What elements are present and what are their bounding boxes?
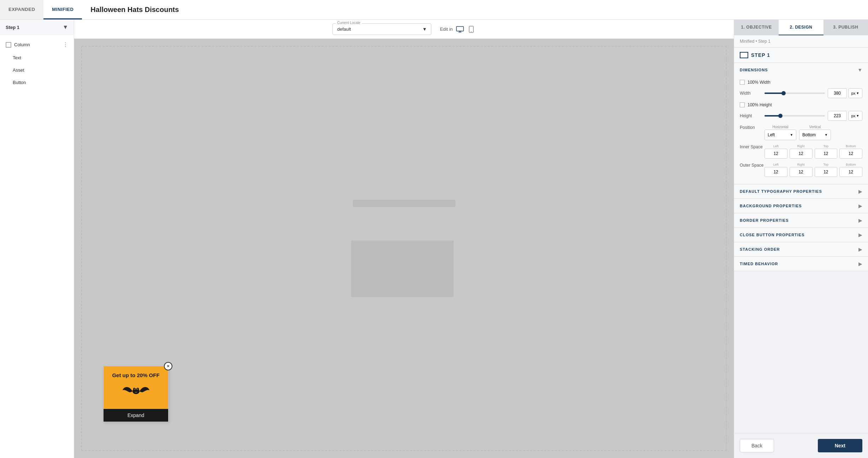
outer-right-input[interactable]: 12 <box>790 167 813 177</box>
inner-bottom-label: Bottom <box>839 144 862 148</box>
sidebar-item-button[interactable]: Button <box>0 76 74 89</box>
outer-right: Right 12 <box>790 163 813 177</box>
inner-top-label: Top <box>815 144 838 148</box>
back-button[interactable]: Back <box>740 439 774 452</box>
inner-right-input[interactable]: 12 <box>790 149 813 159</box>
rp-tab-design[interactable]: 2. DESIGN <box>779 20 823 35</box>
main-layout: Step 1 ▼ Column ⋮ Text Asset Button Curr… <box>0 20 868 458</box>
width-slider[interactable] <box>764 93 825 94</box>
outer-bottom: Bottom 12 <box>839 163 862 177</box>
rp-section-border-header[interactable]: BORDER PROPERTIES ▶ <box>734 213 868 227</box>
height-100-checkbox[interactable] <box>740 102 745 107</box>
popup-bat-icon <box>122 381 150 402</box>
inner-bottom: Bottom 12 <box>839 144 862 159</box>
typography-expand-icon: ▶ <box>858 189 862 194</box>
sidebar-button-label: Button <box>13 80 26 85</box>
sidebar-item-asset[interactable]: Asset <box>0 64 74 76</box>
typography-title: DEFAULT TYPOGRAPHY PROPERTIES <box>740 189 822 194</box>
vertical-select[interactable]: Bottom ▼ <box>799 130 831 140</box>
inner-top-input[interactable]: 12 <box>815 149 838 159</box>
rp-section-timed-header[interactable]: TIMED BEHAVIOR ▶ <box>734 257 868 271</box>
border-expand-icon: ▶ <box>858 218 862 223</box>
outer-bottom-input[interactable]: 12 <box>839 167 862 177</box>
svg-rect-0 <box>456 26 463 31</box>
inner-top: Top 12 <box>815 144 838 159</box>
width-input[interactable]: 380 <box>828 88 847 98</box>
inner-space-grid: Left 12 Right 12 Top 12 Bottom <box>764 144 862 159</box>
svg-point-5 <box>471 31 472 32</box>
outer-space-row: Outer Space Left 12 Right 12 Top 12 <box>740 163 862 177</box>
desktop-icon[interactable] <box>456 25 464 34</box>
horizontal-select[interactable]: Left ▼ <box>764 130 796 140</box>
height-slider[interactable] <box>764 115 825 117</box>
step-selector[interactable]: Step 1 ▼ <box>0 20 74 35</box>
stacking-title: STACKING ORDER <box>740 247 780 251</box>
locale-label: Current Locale <box>336 21 362 25</box>
border-title: BORDER PROPERTIES <box>740 218 789 222</box>
height-input[interactable]: 223 <box>828 111 847 121</box>
width-unit-select[interactable]: px ▼ <box>848 88 862 98</box>
page-title: Halloween Hats Discounts <box>82 6 868 14</box>
rp-tab-objective[interactable]: 1. OBJECTIVE <box>734 20 779 35</box>
outer-top: Top 12 <box>815 163 838 177</box>
width-slider-fill <box>764 93 783 94</box>
rp-section-typography-header[interactable]: DEFAULT TYPOGRAPHY PROPERTIES ▶ <box>734 184 868 198</box>
edit-in: Edit in <box>440 25 475 34</box>
popup-expand-button[interactable]: Expand <box>104 409 168 422</box>
sidebar-item-text[interactable]: Text <box>0 52 74 64</box>
rp-section-dimensions-header[interactable]: DIMENSIONS ▼ <box>734 63 868 77</box>
background-expand-icon: ▶ <box>858 203 862 209</box>
top-bar: EXPANDED MINIFIED Halloween Hats Discoun… <box>0 0 868 20</box>
height-100-row: 100% Height <box>740 102 862 107</box>
dimensions-title: DIMENSIONS <box>740 68 768 72</box>
width-100-checkbox[interactable] <box>740 80 745 85</box>
height-slider-container <box>764 115 825 117</box>
height-unit-select[interactable]: px ▼ <box>848 111 862 121</box>
tab-minified[interactable]: MINIFIED <box>43 0 82 19</box>
height-slider-fill <box>764 115 780 117</box>
mobile-icon[interactable] <box>467 25 476 34</box>
width-100-label: 100% Width <box>748 80 770 85</box>
canvas-area: Current Locale default ▼ Edit in <box>74 20 734 458</box>
height-slider-thumb[interactable] <box>778 114 783 118</box>
dimensions-content: 100% Width Width 380 px <box>734 77 868 184</box>
rp-section-dimensions: DIMENSIONS ▼ 100% Width Width <box>734 63 868 184</box>
rp-section-background-header[interactable]: BACKGROUND PROPERTIES ▶ <box>734 199 868 213</box>
locale-select-dropdown[interactable]: default ▼ <box>337 25 427 33</box>
step-icon <box>740 52 748 58</box>
background-title: BACKGROUND PROPERTIES <box>740 204 802 208</box>
sidebar-text-label: Text <box>13 55 21 60</box>
sidebar-item-column[interactable]: Column ⋮ <box>0 38 74 52</box>
height-label: Height <box>740 113 764 118</box>
outer-left-label: Left <box>764 163 787 166</box>
outer-left-input[interactable]: 12 <box>764 167 787 177</box>
column-more-icon[interactable]: ⋮ <box>63 41 68 48</box>
canvas-dashed: × Get up to 20% OFF <box>81 46 727 451</box>
outer-bottom-label: Bottom <box>839 163 862 166</box>
tab-expanded[interactable]: EXPANDED <box>0 0 43 19</box>
bg-bar-mid <box>351 240 454 297</box>
width-label: Width <box>740 91 764 96</box>
inner-bottom-input[interactable]: 12 <box>839 149 862 159</box>
timed-title: TIMED BEHAVIOR <box>740 262 778 266</box>
popup-close-button[interactable]: × <box>164 362 172 370</box>
next-button[interactable]: Next <box>818 439 862 452</box>
rp-tab-publish[interactable]: 3. PUBLISH <box>823 20 868 35</box>
outer-left: Left 12 <box>764 163 787 177</box>
width-slider-thumb[interactable] <box>781 91 786 95</box>
sidebar-asset-label: Asset <box>13 67 24 73</box>
rp-section-stacking-header[interactable]: STACKING ORDER ▶ <box>734 242 868 256</box>
step-label: Step 1 <box>6 25 19 30</box>
rp-step-header: STEP 1 <box>734 48 868 63</box>
rp-section-close-button-header[interactable]: CLOSE BUTTON PROPERTIES ▶ <box>734 228 868 242</box>
bg-bar-top <box>353 200 455 207</box>
tab-group: EXPANDED MINIFIED <box>0 0 82 19</box>
right-panel-tabs: 1. OBJECTIVE 2. DESIGN 3. PUBLISH <box>734 20 868 35</box>
inner-right-label: Right <box>790 144 813 148</box>
inner-left-input[interactable]: 12 <box>764 149 787 159</box>
outer-top-input[interactable]: 12 <box>815 167 838 177</box>
locale-selector[interactable]: Current Locale default ▼ <box>332 23 431 35</box>
inner-space-row: Inner Space Left 12 Right 12 Top 12 <box>740 144 862 159</box>
left-sidebar: Step 1 ▼ Column ⋮ Text Asset Button <box>0 20 74 458</box>
popup-headline: Get up to 20% OFF <box>112 372 159 379</box>
